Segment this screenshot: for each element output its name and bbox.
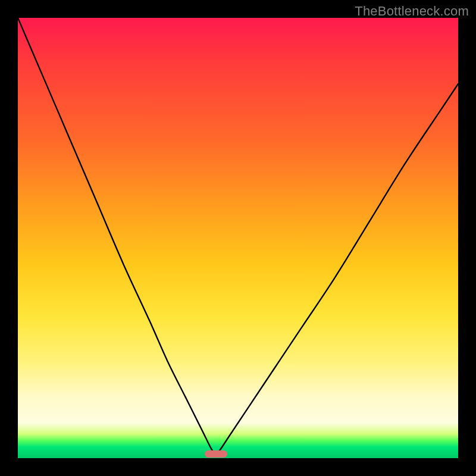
watermark-text: TheBottleneck.com bbox=[355, 4, 469, 19]
minimum-marker bbox=[205, 450, 227, 458]
curve-layer bbox=[18, 18, 458, 458]
plot-area bbox=[18, 18, 458, 458]
chart-frame: TheBottleneck.com bbox=[0, 0, 476, 476]
bottleneck-curve bbox=[18, 18, 458, 454]
